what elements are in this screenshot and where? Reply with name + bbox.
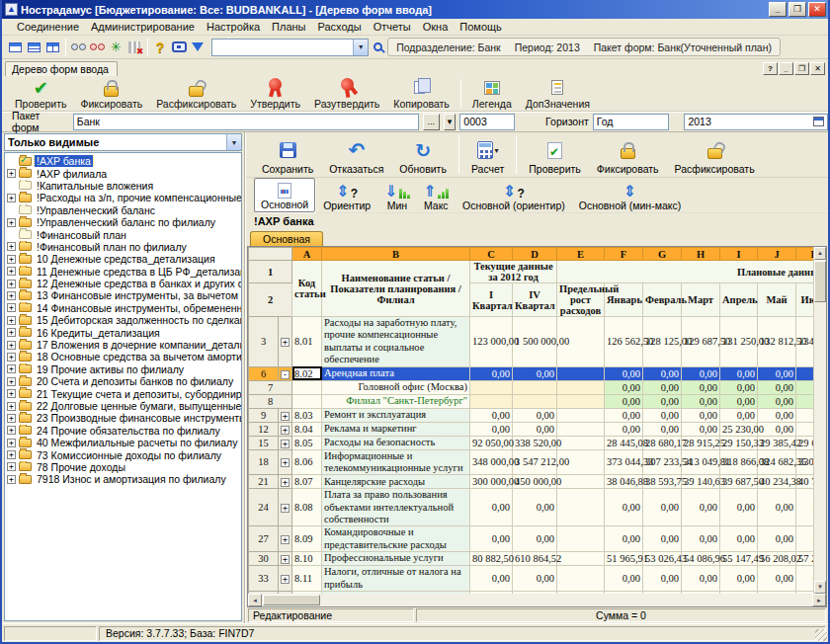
- cell-value[interactable]: [470, 394, 513, 408]
- cell-value[interactable]: 0,00: [513, 526, 557, 552]
- row-number[interactable]: 2: [249, 283, 292, 317]
- cell-value[interactable]: 0,00: [720, 566, 758, 592]
- tree-item[interactable]: +13 Финансовые инструменты, за вычетом р…: [7, 289, 241, 301]
- cell-value[interactable]: 3 547 212,00: [513, 449, 557, 475]
- cell-value[interactable]: 0,00: [758, 408, 796, 422]
- tree-item[interactable]: +14 Финансовые инструменты, обремененные…: [7, 302, 241, 314]
- cell-value[interactable]: 54 086,96: [682, 552, 720, 566]
- expand-icon[interactable]: +: [7, 280, 16, 288]
- cell-value[interactable]: 28 680,17: [643, 436, 682, 449]
- cell-value[interactable]: [557, 552, 605, 566]
- year-combo[interactable]: 2013: [684, 114, 828, 130]
- menu-item-5[interactable]: Отчеты: [369, 20, 416, 34]
- cell-value[interactable]: 0,00: [605, 566, 643, 592]
- cell-value[interactable]: [470, 380, 513, 394]
- scroll-down-icon[interactable]: ▼: [814, 581, 826, 594]
- view-main-minmax-button[interactable]: ⇕Основной (мин-макс): [573, 178, 687, 212]
- cell-value[interactable]: 0,00: [796, 408, 814, 422]
- menu-item-7[interactable]: Помощь: [455, 20, 507, 34]
- mdi-minimize-button[interactable]: _: [779, 62, 793, 75]
- tree-item[interactable]: +17 Вложения в дочерние компании_детализ…: [7, 339, 241, 351]
- maximize-button[interactable]: ❐: [788, 2, 806, 17]
- cell-value[interactable]: 53 026,43: [643, 552, 682, 566]
- calendar-icon[interactable]: [813, 117, 824, 126]
- verify-sheet-button[interactable]: Проверить: [521, 132, 589, 177]
- cell-value[interactable]: 0,00: [720, 489, 758, 526]
- view-target-button[interactable]: ⇕?Ориентир: [317, 178, 376, 212]
- save-button[interactable]: Сохранить: [254, 132, 321, 177]
- cell-value[interactable]: 51 965,91: [605, 552, 643, 566]
- cell-value[interactable]: [557, 475, 605, 489]
- chevron-down-icon[interactable]: ▼: [353, 40, 368, 55]
- verify-button[interactable]: ✔Проверить: [8, 76, 74, 111]
- scroll-thumb[interactable]: [814, 261, 826, 302]
- cell-value[interactable]: 0,00: [513, 422, 557, 436]
- cell-value[interactable]: 0,00: [470, 422, 513, 436]
- cell-value[interactable]: 0,00: [605, 394, 643, 408]
- cell-name[interactable]: Налоги, отличные от налога на прибыль: [322, 566, 470, 592]
- tree-item[interactable]: +16 Кредиты_детализация: [7, 326, 241, 338]
- row-expand-toggle[interactable]: -: [281, 370, 290, 379]
- fix-sheet-button[interactable]: Фиксировать: [589, 132, 667, 177]
- view-max-button[interactable]: ⇑Макс: [418, 178, 455, 212]
- filter-button[interactable]: ✳: [107, 38, 125, 57]
- cell-code[interactable]: 8.11: [292, 566, 322, 592]
- cell-value[interactable]: 318 866,08: [720, 449, 758, 475]
- cell-value[interactable]: 0,00: [643, 408, 682, 422]
- cell-value[interactable]: 0,00: [682, 366, 720, 380]
- tree-item[interactable]: +22 Долговые ценные бумаги, выпущенные б…: [7, 400, 241, 412]
- expand-icon[interactable]: +: [7, 169, 16, 178]
- row-expand-toggle[interactable]: +: [281, 555, 290, 564]
- tab-main-sheet[interactable]: Основная: [250, 231, 323, 246]
- cell-value[interactable]: 0,00: [796, 394, 814, 408]
- cell-code[interactable]: [292, 380, 322, 394]
- package-dropdown-button[interactable]: ▾: [444, 114, 456, 130]
- cell-value[interactable]: [557, 526, 605, 552]
- row-number[interactable]: 24: [249, 489, 279, 526]
- package-code-field[interactable]: 0003: [459, 114, 514, 130]
- cell-value[interactable]: 0,00: [513, 408, 557, 422]
- cell-value[interactable]: 0,00: [470, 408, 513, 422]
- package-input[interactable]: Банк: [73, 114, 419, 130]
- key-button[interactable]: ?: [151, 38, 170, 57]
- cell-value[interactable]: 0,00: [605, 380, 643, 394]
- cell-value[interactable]: 57 268,55: [796, 552, 814, 566]
- tree-item[interactable]: +10 Денежные средства_детализация: [7, 253, 241, 265]
- cell-value[interactable]: 610 864,52: [513, 552, 557, 566]
- row-number[interactable]: 12: [249, 422, 279, 436]
- cell-value[interactable]: 38 593,75: [643, 475, 682, 489]
- tree-filter-combo[interactable]: Только видимые ▼: [4, 133, 242, 151]
- tree-item[interactable]: +11 Денежные средства в ЦБ РФ_детализаци…: [7, 266, 241, 278]
- cell-value[interactable]: 39 687,50: [720, 475, 758, 489]
- cell-value[interactable]: [513, 394, 557, 408]
- tree-item[interactable]: +23 Производные финансовые инструменты, …: [7, 412, 241, 424]
- download-button[interactable]: [189, 38, 208, 57]
- tree-item[interactable]: +21 Текущие счета и депозиты, субординир…: [7, 387, 241, 399]
- cell-value[interactable]: 348 000,00: [470, 449, 513, 475]
- minimize-button[interactable]: _: [769, 2, 787, 17]
- menu-item-4[interactable]: Расходы: [313, 20, 367, 34]
- expand-icon[interactable]: +: [7, 316, 16, 325]
- vertical-scrollbar[interactable]: ▲ ▼: [813, 247, 826, 594]
- refresh-button[interactable]: ↻Обновить: [391, 132, 455, 177]
- cell-name[interactable]: Командировочные и представительские расх…: [322, 526, 470, 552]
- scroll-left-icon[interactable]: ◄: [248, 594, 262, 606]
- cell-value[interactable]: 0,00: [605, 408, 643, 422]
- cell-value[interactable]: 0,00: [605, 526, 643, 552]
- tree-item[interactable]: +40 Межфилиальные расчеты по филиалу: [7, 437, 241, 448]
- col-header-H[interactable]: H: [682, 248, 720, 261]
- cell-code[interactable]: [292, 394, 322, 408]
- calculate-button[interactable]: ▾Расчет: [463, 132, 512, 177]
- cell-value[interactable]: 129 687,50: [682, 317, 720, 367]
- cell-value[interactable]: 313 049,81: [682, 449, 720, 475]
- tree-item[interactable]: +18 Основные средства за вычетом амортиз…: [7, 351, 241, 362]
- cell-value[interactable]: 0,00: [643, 489, 682, 526]
- view-main-button[interactable]: Основной: [254, 178, 315, 212]
- cell-value[interactable]: 0,00: [643, 566, 682, 592]
- row-number[interactable]: 7: [249, 380, 292, 394]
- cell-value[interactable]: 0,00: [682, 489, 720, 526]
- cell-value[interactable]: 0,00: [470, 526, 513, 552]
- row-expand-toggle[interactable]: +: [281, 535, 290, 544]
- tree-item[interactable]: +7918 Износ и амортизация по филиалу: [7, 473, 241, 485]
- approve-button[interactable]: Утвердить: [243, 76, 307, 111]
